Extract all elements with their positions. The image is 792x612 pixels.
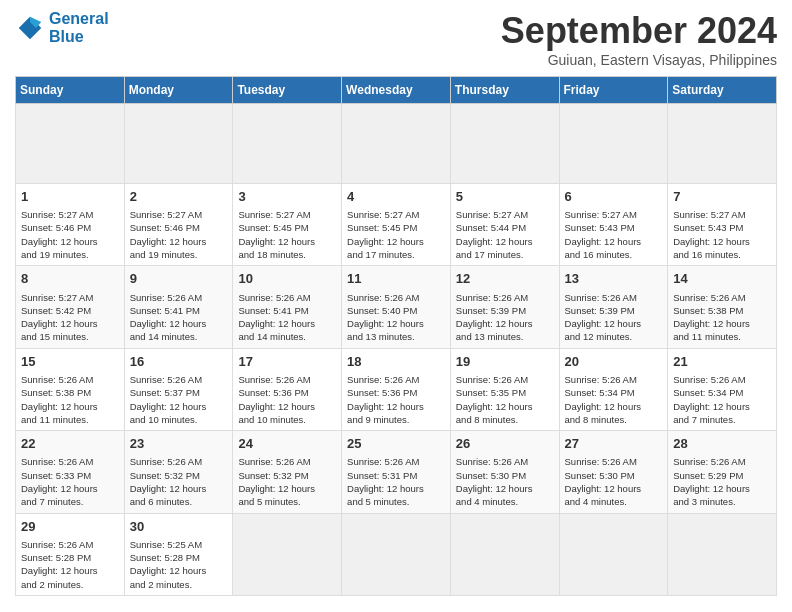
- calendar-cell: 28Sunrise: 5:26 AM Sunset: 5:29 PM Dayli…: [668, 431, 777, 513]
- day-info: Sunrise: 5:26 AM Sunset: 5:36 PM Dayligh…: [238, 373, 336, 426]
- day-info: Sunrise: 5:26 AM Sunset: 5:33 PM Dayligh…: [21, 455, 119, 508]
- day-info: Sunrise: 5:27 AM Sunset: 5:46 PM Dayligh…: [21, 208, 119, 261]
- calendar-week-row: 15Sunrise: 5:26 AM Sunset: 5:38 PM Dayli…: [16, 348, 777, 430]
- day-number: 29: [21, 518, 119, 536]
- day-info: Sunrise: 5:27 AM Sunset: 5:43 PM Dayligh…: [673, 208, 771, 261]
- calendar-cell: 17Sunrise: 5:26 AM Sunset: 5:36 PM Dayli…: [233, 348, 342, 430]
- day-number: 18: [347, 353, 445, 371]
- day-info: Sunrise: 5:26 AM Sunset: 5:35 PM Dayligh…: [456, 373, 554, 426]
- header-saturday: Saturday: [668, 77, 777, 104]
- day-number: 16: [130, 353, 228, 371]
- day-number: 22: [21, 435, 119, 453]
- day-info: Sunrise: 5:26 AM Sunset: 5:34 PM Dayligh…: [673, 373, 771, 426]
- calendar-week-row: 22Sunrise: 5:26 AM Sunset: 5:33 PM Dayli…: [16, 431, 777, 513]
- header-friday: Friday: [559, 77, 668, 104]
- calendar-cell: [668, 104, 777, 184]
- calendar-cell: 16Sunrise: 5:26 AM Sunset: 5:37 PM Dayli…: [124, 348, 233, 430]
- day-number: 3: [238, 188, 336, 206]
- day-info: Sunrise: 5:25 AM Sunset: 5:28 PM Dayligh…: [130, 538, 228, 591]
- day-info: Sunrise: 5:26 AM Sunset: 5:37 PM Dayligh…: [130, 373, 228, 426]
- day-number: 19: [456, 353, 554, 371]
- title-area: September 2024 Guiuan, Eastern Visayas, …: [501, 10, 777, 68]
- calendar-cell: 29Sunrise: 5:26 AM Sunset: 5:28 PM Dayli…: [16, 513, 125, 595]
- calendar-cell: [668, 513, 777, 595]
- calendar-cell: 26Sunrise: 5:26 AM Sunset: 5:30 PM Dayli…: [450, 431, 559, 513]
- day-number: 5: [456, 188, 554, 206]
- day-number: 20: [565, 353, 663, 371]
- day-info: Sunrise: 5:27 AM Sunset: 5:42 PM Dayligh…: [21, 291, 119, 344]
- day-info: Sunrise: 5:26 AM Sunset: 5:41 PM Dayligh…: [130, 291, 228, 344]
- day-number: 4: [347, 188, 445, 206]
- day-info: Sunrise: 5:27 AM Sunset: 5:44 PM Dayligh…: [456, 208, 554, 261]
- calendar-week-row: 29Sunrise: 5:26 AM Sunset: 5:28 PM Dayli…: [16, 513, 777, 595]
- calendar-cell: 7Sunrise: 5:27 AM Sunset: 5:43 PM Daylig…: [668, 184, 777, 266]
- calendar-cell: 13Sunrise: 5:26 AM Sunset: 5:39 PM Dayli…: [559, 266, 668, 348]
- calendar-cell: [342, 513, 451, 595]
- day-number: 30: [130, 518, 228, 536]
- day-number: 15: [21, 353, 119, 371]
- day-info: Sunrise: 5:26 AM Sunset: 5:30 PM Dayligh…: [456, 455, 554, 508]
- calendar-cell: [233, 104, 342, 184]
- calendar-cell: 14Sunrise: 5:26 AM Sunset: 5:38 PM Dayli…: [668, 266, 777, 348]
- header-wednesday: Wednesday: [342, 77, 451, 104]
- calendar-cell: 10Sunrise: 5:26 AM Sunset: 5:41 PM Dayli…: [233, 266, 342, 348]
- calendar-cell: 5Sunrise: 5:27 AM Sunset: 5:44 PM Daylig…: [450, 184, 559, 266]
- calendar-cell: [559, 104, 668, 184]
- day-info: Sunrise: 5:26 AM Sunset: 5:28 PM Dayligh…: [21, 538, 119, 591]
- calendar-week-row: 8Sunrise: 5:27 AM Sunset: 5:42 PM Daylig…: [16, 266, 777, 348]
- day-number: 27: [565, 435, 663, 453]
- day-number: 28: [673, 435, 771, 453]
- day-number: 23: [130, 435, 228, 453]
- logo-icon: [15, 13, 45, 43]
- calendar-cell: 4Sunrise: 5:27 AM Sunset: 5:45 PM Daylig…: [342, 184, 451, 266]
- day-info: Sunrise: 5:26 AM Sunset: 5:39 PM Dayligh…: [456, 291, 554, 344]
- day-number: 11: [347, 270, 445, 288]
- day-number: 1: [21, 188, 119, 206]
- calendar-cell: 20Sunrise: 5:26 AM Sunset: 5:34 PM Dayli…: [559, 348, 668, 430]
- calendar-week-row: 1Sunrise: 5:27 AM Sunset: 5:46 PM Daylig…: [16, 184, 777, 266]
- calendar-cell: [559, 513, 668, 595]
- header-sunday: Sunday: [16, 77, 125, 104]
- day-number: 13: [565, 270, 663, 288]
- calendar-cell: [450, 104, 559, 184]
- day-number: 14: [673, 270, 771, 288]
- day-info: Sunrise: 5:26 AM Sunset: 5:40 PM Dayligh…: [347, 291, 445, 344]
- calendar-cell: 2Sunrise: 5:27 AM Sunset: 5:46 PM Daylig…: [124, 184, 233, 266]
- month-title: September 2024: [501, 10, 777, 52]
- day-info: Sunrise: 5:27 AM Sunset: 5:43 PM Dayligh…: [565, 208, 663, 261]
- day-info: Sunrise: 5:27 AM Sunset: 5:45 PM Dayligh…: [238, 208, 336, 261]
- calendar-table: SundayMondayTuesdayWednesdayThursdayFrid…: [15, 76, 777, 596]
- day-number: 8: [21, 270, 119, 288]
- day-info: Sunrise: 5:26 AM Sunset: 5:30 PM Dayligh…: [565, 455, 663, 508]
- day-number: 21: [673, 353, 771, 371]
- day-info: Sunrise: 5:27 AM Sunset: 5:45 PM Dayligh…: [347, 208, 445, 261]
- calendar-cell: [342, 104, 451, 184]
- calendar-cell: [233, 513, 342, 595]
- calendar-cell: 12Sunrise: 5:26 AM Sunset: 5:39 PM Dayli…: [450, 266, 559, 348]
- day-info: Sunrise: 5:27 AM Sunset: 5:46 PM Dayligh…: [130, 208, 228, 261]
- day-number: 25: [347, 435, 445, 453]
- logo-text: General Blue: [49, 10, 109, 45]
- day-info: Sunrise: 5:26 AM Sunset: 5:39 PM Dayligh…: [565, 291, 663, 344]
- calendar-cell: 8Sunrise: 5:27 AM Sunset: 5:42 PM Daylig…: [16, 266, 125, 348]
- day-info: Sunrise: 5:26 AM Sunset: 5:41 PM Dayligh…: [238, 291, 336, 344]
- day-number: 26: [456, 435, 554, 453]
- day-number: 10: [238, 270, 336, 288]
- day-info: Sunrise: 5:26 AM Sunset: 5:29 PM Dayligh…: [673, 455, 771, 508]
- day-info: Sunrise: 5:26 AM Sunset: 5:36 PM Dayligh…: [347, 373, 445, 426]
- header-thursday: Thursday: [450, 77, 559, 104]
- calendar-cell: 9Sunrise: 5:26 AM Sunset: 5:41 PM Daylig…: [124, 266, 233, 348]
- calendar-cell: [450, 513, 559, 595]
- calendar-cell: [16, 104, 125, 184]
- day-number: 9: [130, 270, 228, 288]
- calendar-cell: 18Sunrise: 5:26 AM Sunset: 5:36 PM Dayli…: [342, 348, 451, 430]
- header-tuesday: Tuesday: [233, 77, 342, 104]
- day-number: 6: [565, 188, 663, 206]
- calendar-cell: 30Sunrise: 5:25 AM Sunset: 5:28 PM Dayli…: [124, 513, 233, 595]
- day-info: Sunrise: 5:26 AM Sunset: 5:32 PM Dayligh…: [238, 455, 336, 508]
- day-number: 7: [673, 188, 771, 206]
- calendar-cell: 19Sunrise: 5:26 AM Sunset: 5:35 PM Dayli…: [450, 348, 559, 430]
- day-number: 17: [238, 353, 336, 371]
- day-info: Sunrise: 5:26 AM Sunset: 5:38 PM Dayligh…: [673, 291, 771, 344]
- calendar-cell: 25Sunrise: 5:26 AM Sunset: 5:31 PM Dayli…: [342, 431, 451, 513]
